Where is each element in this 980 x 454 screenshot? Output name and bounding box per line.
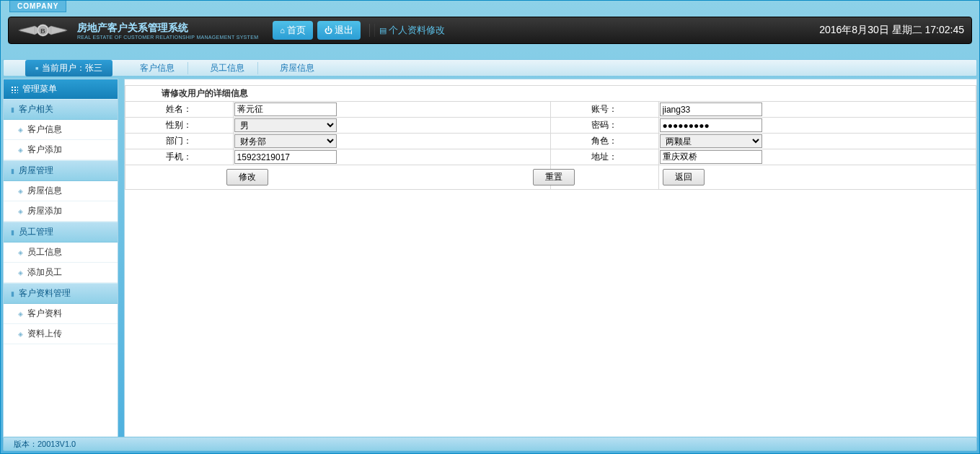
sidebar-group-house[interactable]: 房屋管理 (4, 160, 118, 181)
system-title: 房地产客户关系管理系统 REAL ESTATE OF CUSTOMER RELA… (77, 22, 258, 40)
body-area: 管理菜单 客户相关 客户信息 客户添加 房屋管理 房屋信息 房屋添加 员工管理 … (3, 79, 977, 442)
sidebar-group-customer[interactable]: 客户相关 (4, 99, 118, 120)
sidebar-link-employee-info[interactable]: 员工信息 (4, 243, 118, 263)
input-name[interactable] (234, 102, 337, 116)
app-frame: COMPANY B 房地产客户关系管理系统 REAL ESTATE OF CU (0, 0, 980, 454)
logo-icon: B (16, 19, 70, 41)
power-icon: ⏻ (325, 26, 332, 35)
label-dept: 部门： (125, 134, 234, 149)
document-icon: ▤ (379, 26, 387, 35)
input-password[interactable] (660, 118, 762, 132)
system-title-sub: REAL ESTATE OF CUSTOMER RELATIONSHIP MAN… (77, 35, 258, 40)
label-gender: 性别： (125, 118, 234, 134)
logout-label: 退出 (335, 24, 353, 37)
menu-bar: 当前用户： 张三 客户信息 员工信息 房屋信息 (3, 59, 977, 77)
reset-button[interactable]: 重置 (533, 169, 575, 185)
label-account: 账号： (550, 102, 658, 118)
label-role: 角色： (550, 134, 658, 149)
input-phone[interactable] (234, 150, 337, 164)
sidebar-group-employee[interactable]: 员工管理 (4, 222, 118, 243)
sidebar-link-customer-profile[interactable]: 客户资料 (4, 304, 118, 324)
profile-label: 个人资料修改 (389, 24, 445, 37)
home-button[interactable]: ⌂ 首页 (273, 21, 313, 40)
sidebar-link-employee-add[interactable]: 添加员工 (4, 263, 118, 283)
menu-item-house-info[interactable]: 房屋信息 (267, 62, 327, 74)
select-role[interactable]: 两颗星 (660, 134, 762, 148)
form-table: 请修改用户的详细信息 姓名： 账号： 性别： 男 密码： 部门： 财务部 (125, 85, 976, 190)
select-dept[interactable]: 财务部 (234, 134, 337, 148)
separator-icon (369, 24, 375, 37)
sidebar: 管理菜单 客户相关 客户信息 客户添加 房屋管理 房屋信息 房屋添加 员工管理 … (3, 79, 118, 442)
current-user-name: 张三 (85, 62, 102, 74)
top-bar: B 房地产客户关系管理系统 REAL ESTATE OF CUSTOMER RE… (8, 17, 972, 44)
menu-item-employee-info[interactable]: 员工信息 (197, 62, 258, 74)
sidebar-link-house-info[interactable]: 房屋信息 (4, 181, 118, 201)
form-title: 请修改用户的详细信息 (125, 86, 976, 102)
footer: 版本：20013V1.0 (3, 437, 977, 451)
sub-bar (8, 46, 972, 59)
sidebar-link-profile-upload[interactable]: 资料上传 (4, 324, 118, 344)
sidebar-group-profile[interactable]: 客户资料管理 (4, 283, 118, 304)
input-address[interactable] (660, 150, 762, 164)
current-user-badge: 当前用户： 张三 (25, 60, 112, 77)
label-address: 地址： (550, 149, 658, 165)
logout-button[interactable]: ⏻ 退出 (317, 21, 361, 40)
profile-edit-link[interactable]: ▤ 个人资料修改 (379, 24, 445, 37)
menu-item-customer-info[interactable]: 客户信息 (127, 62, 188, 74)
modify-button[interactable]: 修改 (226, 169, 268, 185)
sidebar-link-customer-add[interactable]: 客户添加 (4, 140, 118, 160)
version-label: 版本：20013V1.0 (14, 439, 76, 450)
system-title-main: 房地产客户关系管理系统 (77, 22, 258, 35)
sidebar-link-house-add[interactable]: 房屋添加 (4, 201, 118, 222)
label-phone: 手机： (125, 149, 234, 165)
label-password: 密码： (550, 118, 658, 134)
back-button[interactable]: 返回 (663, 169, 705, 185)
label-name: 姓名： (125, 102, 234, 118)
sidebar-link-customer-info[interactable]: 客户信息 (4, 120, 118, 140)
home-label: 首页 (287, 24, 306, 37)
datetime-display: 2016年8月30日 星期二 17:02:45 (819, 24, 964, 37)
sidebar-header: 管理菜单 (4, 79, 118, 99)
company-tag: COMPANY (9, 1, 66, 12)
current-user-prefix: 当前用户： (42, 62, 85, 74)
input-account[interactable] (660, 102, 762, 116)
content-panel: 请修改用户的详细信息 姓名： 账号： 性别： 男 密码： 部门： 财务部 (124, 79, 977, 442)
home-icon: ⌂ (280, 26, 285, 35)
svg-text:B: B (40, 27, 45, 35)
select-gender[interactable]: 男 (234, 118, 337, 132)
